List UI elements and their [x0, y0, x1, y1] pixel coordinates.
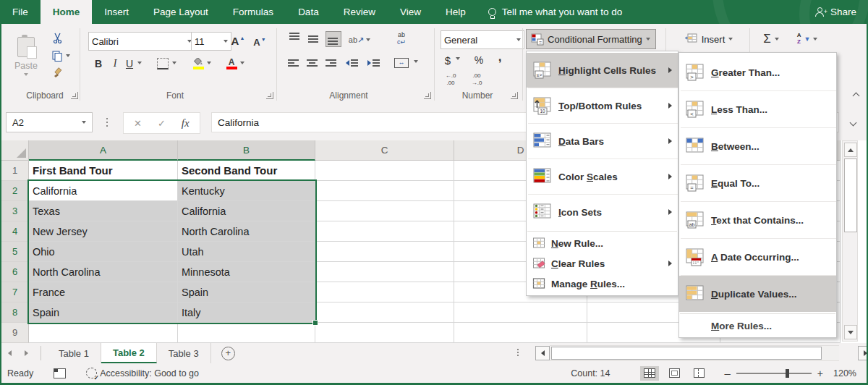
tab-help[interactable]: Help	[433, 0, 478, 24]
grid-cell[interactable]	[315, 201, 454, 221]
grid-cell-a2-active[interactable]: California	[29, 181, 178, 201]
menu-item-icon-sets[interactable]: Icon Sets	[527, 195, 678, 229]
grid-cell[interactable]	[454, 323, 587, 343]
clipboard-dialog-launcher[interactable]	[71, 92, 78, 99]
scroll-up-button[interactable]	[844, 143, 857, 157]
grid-cell[interactable]	[315, 282, 454, 302]
column-header-c[interactable]: C	[315, 140, 454, 161]
font-size-select[interactable]: 11	[191, 32, 231, 51]
grid-cell-a6[interactable]: North Carolina	[29, 262, 178, 282]
copy-button[interactable]	[48, 48, 74, 63]
number-format-select[interactable]: General	[441, 30, 524, 49]
menu-item-between[interactable]: Between...	[679, 128, 836, 164]
borders-dropdown[interactable]	[172, 62, 176, 64]
menu-item-greater-than[interactable]: > Greater Than...	[679, 54, 836, 90]
merge-center-button[interactable]: ↔	[392, 56, 411, 70]
grid-cell[interactable]	[315, 323, 454, 343]
accessibility-status[interactable]: Accessibility: Good to go	[100, 368, 199, 378]
paste-button[interactable]: Paste	[7, 30, 45, 83]
italic-button[interactable]: I	[109, 56, 122, 72]
fill-color-dropdown[interactable]	[207, 62, 211, 64]
percent-button[interactable]: %	[472, 53, 486, 67]
wrap-text-button[interactable]: abc↵	[392, 30, 411, 48]
menu-item-more-rules[interactable]: More Rules...	[679, 316, 836, 336]
autosum-button[interactable]: Σ	[757, 29, 786, 49]
tab-insert[interactable]: Insert	[92, 0, 141, 24]
align-top-button[interactable]	[288, 31, 304, 47]
zoom-slider[interactable]	[736, 373, 812, 374]
horizontal-scroll-thumb[interactable]	[551, 347, 822, 360]
currency-dropdown[interactable]	[456, 57, 460, 60]
number-dialog-launcher[interactable]	[511, 92, 518, 99]
zoom-in-button[interactable]: +	[817, 368, 823, 379]
grow-font-button[interactable]: A▲	[229, 32, 247, 49]
font-dialog-launcher[interactable]	[266, 92, 273, 99]
enter-button[interactable]: ✓	[158, 118, 166, 129]
font-color-button[interactable]: A	[224, 56, 239, 72]
align-center-button[interactable]	[304, 56, 320, 70]
sheet-nav-left-button[interactable]	[1, 343, 18, 363]
tab-formulas[interactable]: Formulas	[221, 0, 286, 24]
grid-cell-b8[interactable]: Italy	[178, 302, 315, 323]
cut-button[interactable]	[49, 31, 67, 46]
grid-cell-b3[interactable]: California	[178, 201, 315, 221]
menu-item-highlight-cells-rules[interactable]: ≤> Highlight Cells Rules	[527, 53, 678, 88]
row-header[interactable]: 3	[1, 201, 29, 221]
row-header[interactable]: 5	[1, 242, 29, 262]
tell-me-box[interactable]: Tell me what you want to do	[488, 0, 623, 24]
grid-cell-b9[interactable]	[178, 323, 315, 343]
grid-cell-b2[interactable]: Kentucky	[178, 181, 315, 201]
grid-cell-b4[interactable]: North Carolina	[178, 221, 315, 242]
grid-cell[interactable]	[315, 161, 454, 181]
tab-data[interactable]: Data	[286, 0, 331, 24]
column-header-b[interactable]: B	[178, 140, 315, 161]
merge-center-dropdown[interactable]	[414, 60, 418, 63]
format-painter-button[interactable]	[49, 66, 67, 80]
collapse-ribbon-button[interactable]	[849, 90, 862, 101]
grid-cell[interactable]	[315, 302, 454, 323]
decrease-decimal-button[interactable]: .00→.0	[466, 72, 488, 88]
menu-item-clear-rules[interactable]: Clear Rules	[527, 253, 678, 274]
tab-scroll-splitter[interactable]	[517, 349, 519, 350]
grid-cell-b1[interactable]: Second Band Tour	[178, 161, 315, 181]
zoom-out-button[interactable]: –	[724, 367, 730, 379]
menu-item-color-scales[interactable]: Color Scales	[527, 159, 678, 194]
comma-button[interactable]: ,	[495, 50, 505, 64]
row-header[interactable]: 4	[1, 221, 29, 242]
grid-cell[interactable]	[315, 181, 454, 201]
grid-cell[interactable]	[315, 242, 454, 262]
increase-decimal-button[interactable]: ←.0.00	[440, 72, 461, 88]
align-left-button[interactable]	[285, 56, 301, 70]
menu-item-data-bars[interactable]: Data Bars	[527, 124, 678, 158]
menu-item-equal-to[interactable]: = Equal To...	[679, 165, 836, 201]
zoom-level[interactable]: 120%	[833, 368, 856, 378]
macro-record-icon[interactable]	[54, 368, 66, 378]
select-all-corner[interactable]	[1, 140, 29, 161]
menu-item-duplicate-values[interactable]: Duplicate Values...	[679, 276, 836, 312]
menu-item-text-that-contains[interactable]: ab Text that Contains...	[679, 202, 836, 238]
tab-view[interactable]: View	[388, 0, 433, 24]
shrink-font-button[interactable]: A▼	[250, 33, 269, 51]
scroll-left-button[interactable]	[535, 346, 550, 360]
sheet-tab-table2[interactable]: Table 2	[101, 343, 157, 363]
menu-item-manage-rules[interactable]: Manage Rules...	[527, 274, 678, 294]
grid-cell-a7[interactable]: France	[29, 282, 178, 302]
underline-dropdown[interactable]	[137, 62, 142, 64]
tab-review[interactable]: Review	[331, 0, 388, 24]
conditional-formatting-button[interactable]: = Conditional Formatting	[526, 29, 656, 49]
insert-function-button[interactable]: fx	[182, 117, 190, 130]
normal-view-button[interactable]	[640, 366, 659, 381]
grid-cell-a1[interactable]: First Band Tour	[29, 161, 178, 181]
vertical-scrollbar[interactable]	[842, 140, 858, 342]
grid-cell-b7[interactable]: Spain	[178, 282, 315, 302]
grid-cell-b6[interactable]: Minnesota	[178, 262, 315, 282]
grid-cell-a9[interactable]	[29, 323, 178, 343]
name-box[interactable]: A2	[6, 112, 93, 132]
scroll-down-button[interactable]	[844, 325, 857, 339]
horizontal-scrollbar[interactable]	[535, 345, 868, 361]
sheet-tab-table3[interactable]: Table 3	[157, 343, 211, 363]
row-header[interactable]: 7	[1, 282, 29, 302]
tab-file[interactable]: File	[0, 0, 41, 24]
insert-cells-button[interactable]: Insert	[674, 29, 744, 49]
grid-cell-a8[interactable]: Spain	[29, 302, 178, 323]
